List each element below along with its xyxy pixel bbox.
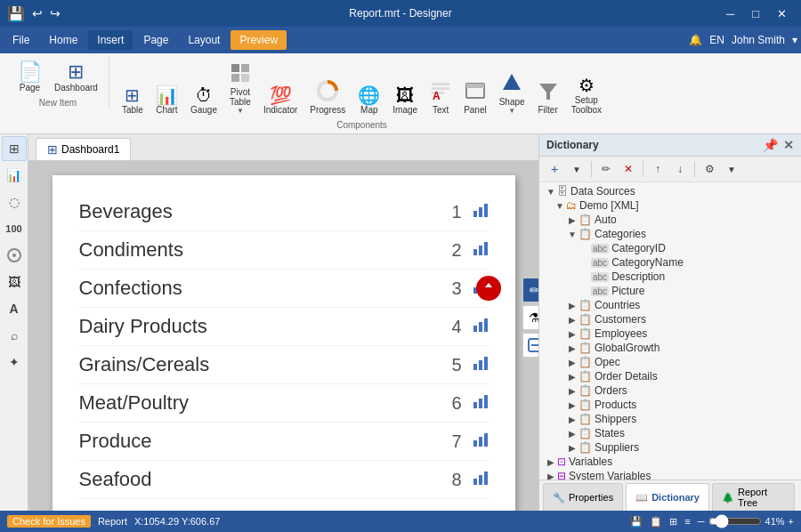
tree-item-states[interactable]: ▶ 📋 States <box>541 426 799 440</box>
ribbon-btn-shape[interactable]: Shape ▼ <box>494 69 530 118</box>
notification-icon[interactable]: 🔔 <box>689 34 702 46</box>
tree-item-variables[interactable]: ▶ ⊡ Variables <box>541 455 799 469</box>
tree-item-orders[interactable]: ▶ 📋 Orders <box>541 383 799 398</box>
tab-dashboard1[interactable]: ⊞ Dashboard1 <box>36 138 131 160</box>
menu-preview[interactable]: Preview <box>231 30 287 50</box>
tree-item-opec[interactable]: ▶ 📋 Opec <box>541 355 799 369</box>
sidebar-btn-select[interactable]: ⊞ <box>2 136 27 161</box>
panel-pin-btn[interactable]: 📌 <box>763 138 778 152</box>
ribbon-btn-text[interactable]: A Text <box>425 77 457 118</box>
tree-toggle-variables[interactable]: ▶ <box>545 457 557 467</box>
redo-btn[interactable]: ↪ <box>50 6 61 20</box>
dict-add-btn[interactable]: + <box>545 159 564 179</box>
tree-item-description[interactable]: abc Description <box>541 270 799 284</box>
tree-toggle-globalgrowth[interactable]: ▶ <box>566 343 578 353</box>
sidebar-btn-counter[interactable]: 100 <box>2 216 27 241</box>
ribbon-btn-gauge[interactable]: ⏱ Gauge <box>185 83 222 118</box>
ribbon-btn-chart[interactable]: 📊 Chart <box>150 83 183 118</box>
canvas-tool-edit[interactable]: ✏ <box>522 278 539 302</box>
tree-item-system-variables[interactable]: ▶ ⊟ System Variables <box>541 469 799 480</box>
tree-toggle-orders[interactable]: ▶ <box>566 386 578 396</box>
sidebar-btn-image[interactable]: 🖼 <box>2 270 27 294</box>
user-menu-btn[interactable]: ▾ <box>792 34 797 46</box>
sidebar-btn-chart[interactable]: 📊 <box>2 163 27 188</box>
minimize-btn[interactable]: ─ <box>719 5 741 22</box>
tree-toggle-customers[interactable]: ▶ <box>566 315 578 325</box>
menu-layout[interactable]: Layout <box>179 30 229 50</box>
zoom-slider[interactable] <box>708 514 762 528</box>
tree-toggle-data-sources[interactable]: ▼ <box>545 187 557 197</box>
ribbon-btn-setup[interactable]: ⚙ SetupToolbox <box>566 73 607 118</box>
language-selector[interactable]: EN <box>709 34 724 46</box>
ribbon-btn-panel[interactable]: Panel <box>458 77 492 118</box>
tree-toggle-opec[interactable]: ▶ <box>566 358 578 367</box>
tree-item-categories[interactable]: ▼ 📋 Categories <box>541 227 799 241</box>
canvas-tool-delete[interactable] <box>522 333 539 358</box>
tab-report-tree[interactable]: 🌲 Report Tree <box>712 483 795 511</box>
dict-delete-btn[interactable]: ✕ <box>619 159 638 179</box>
ribbon-btn-map[interactable]: 🌐 Map <box>352 83 385 118</box>
canvas-tool-filter[interactable]: ⚗ <box>522 305 539 330</box>
menu-home[interactable]: Home <box>40 30 86 50</box>
sidebar-btn-text[interactable]: A <box>2 296 27 321</box>
ribbon-btn-progress[interactable]: Progress <box>304 77 351 118</box>
tree-toggle-employees[interactable]: ▶ <box>566 329 578 339</box>
sidebar-btn-clock[interactable]: ◌ <box>2 189 27 214</box>
tab-properties[interactable]: 🔧 Properties <box>543 483 623 511</box>
status-icon-4[interactable]: ≡ <box>684 516 690 527</box>
sidebar-btn-search[interactable]: ⌕ <box>2 323 27 348</box>
dict-settings-arrow-btn[interactable]: ▼ <box>722 159 741 179</box>
check-issues-btn[interactable]: Check for Issues <box>7 515 91 528</box>
tree-item-picture[interactable]: abc Picture <box>541 284 799 298</box>
ribbon-btn-pivot[interactable]: PivotTable ▼ <box>224 59 256 118</box>
tree-toggle-categories[interactable]: ▼ <box>566 230 578 239</box>
tree-toggle-system-variables[interactable]: ▶ <box>545 472 557 480</box>
tree-toggle-products[interactable]: ▶ <box>566 400 578 410</box>
menu-file[interactable]: File <box>4 30 38 50</box>
tree-item-shippers[interactable]: ▶ 📋 Shippers <box>541 412 799 426</box>
ribbon-btn-dashboard[interactable]: ⊞ Dashboard <box>49 59 103 96</box>
dict-settings-btn[interactable]: ⚙ <box>700 159 719 179</box>
dict-dropdown-btn[interactable]: ▼ <box>567 159 587 179</box>
menu-insert[interactable]: Insert <box>88 30 133 50</box>
tree-toggle-auto[interactable]: ▶ <box>566 215 578 225</box>
sidebar-btn-tools[interactable]: ✦ <box>2 350 27 375</box>
status-icon-2[interactable]: 📋 <box>650 516 662 528</box>
context-menu-indicator[interactable] <box>476 276 501 301</box>
tree-toggle-orderdetails[interactable]: ▶ <box>566 372 578 382</box>
maximize-btn[interactable]: □ <box>745 5 766 22</box>
tree-toggle-demo[interactable]: ▼ <box>554 201 566 211</box>
dict-down-btn[interactable]: ↓ <box>670 159 690 179</box>
tree-item-auto[interactable]: ▶ 📋 Auto <box>541 213 799 227</box>
tree-item-categoryid[interactable]: abc CategoryID <box>541 241 799 255</box>
zoom-in-btn[interactable]: + <box>789 516 794 527</box>
tree-toggle-states[interactable]: ▶ <box>566 429 578 439</box>
canvas-area[interactable]: Beverages 1 Condiments 2 <box>28 161 538 511</box>
menu-page[interactable]: Page <box>134 30 177 50</box>
ribbon-btn-filter[interactable]: Filter <box>532 77 564 118</box>
tree-item-customers[interactable]: ▶ 📋 Customers <box>541 312 799 326</box>
status-icon-1[interactable]: 💾 <box>630 516 643 528</box>
tree-item-orderdetails[interactable]: ▶ 📋 Order Details <box>541 369 799 383</box>
tree-item-demo-xml[interactable]: ▼ 🗂 Demo [XML] <box>541 198 799 213</box>
dict-edit-btn[interactable]: ✏ <box>596 159 616 179</box>
tree-item-suppliers[interactable]: ▶ 📋 Suppliers <box>541 440 799 455</box>
tree-item-products[interactable]: ▶ 📋 Products <box>541 398 799 412</box>
ribbon-btn-indicator[interactable]: 💯 Indicator <box>258 83 303 118</box>
tree-item-data-sources[interactable]: ▼ 🗄 Data Sources <box>541 184 799 198</box>
tree-item-globalgrowth[interactable]: ▶ 📋 GlobalGrowth <box>541 341 799 355</box>
status-icon-3[interactable]: ⊞ <box>669 516 677 528</box>
tree-item-countries[interactable]: ▶ 📋 Countries <box>541 298 799 312</box>
sidebar-btn-gauge[interactable] <box>2 243 27 268</box>
undo-btn[interactable]: ↩ <box>32 6 43 20</box>
ribbon-btn-page[interactable]: 📄 Page <box>12 59 47 96</box>
ribbon-btn-table[interactable]: ⊞ Table <box>117 83 149 118</box>
zoom-out-btn[interactable]: ─ <box>698 516 705 527</box>
tab-dictionary[interactable]: 📖 Dictionary <box>626 483 709 511</box>
panel-close-btn[interactable]: ✕ <box>783 138 794 152</box>
tree-toggle-shippers[interactable]: ▶ <box>566 415 578 424</box>
tree-item-categoryname[interactable]: abc CategoryName <box>541 255 799 270</box>
dict-up-btn[interactable]: ↑ <box>648 159 668 179</box>
tree-item-employees[interactable]: ▶ 📋 Employees <box>541 326 799 341</box>
ribbon-btn-image[interactable]: 🖼 Image <box>387 83 423 118</box>
